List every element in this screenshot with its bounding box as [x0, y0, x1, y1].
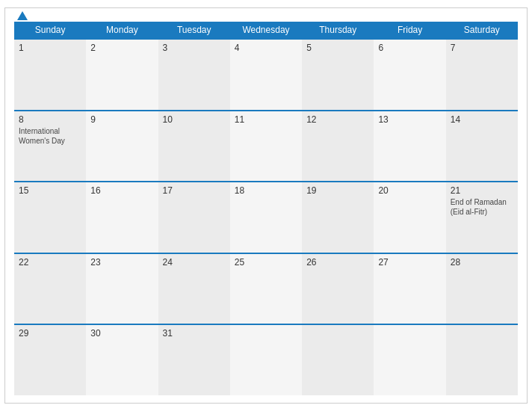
- logo-blue-text: [14, 11, 28, 20]
- day-cell: [374, 325, 445, 395]
- day-cell: 24: [158, 254, 230, 324]
- week-row-4: 22232425262728: [14, 253, 518, 324]
- calendar-grid: SundayMondayTuesdayWednesdayThursdayFrid…: [14, 22, 518, 395]
- day-cell: 31: [158, 325, 230, 395]
- day-number: 4: [235, 43, 297, 53]
- day-cell: 30: [86, 325, 158, 395]
- day-number: 23: [90, 257, 153, 268]
- day-number: 11: [235, 114, 297, 125]
- day-number: 12: [306, 114, 369, 125]
- day-number: 25: [235, 257, 297, 268]
- day-header-saturday: Saturday: [446, 22, 518, 38]
- day-cell: 4: [230, 40, 302, 110]
- day-cell: 18: [230, 182, 302, 253]
- event-label: International Women's Day: [19, 126, 81, 146]
- week-row-1: 1234567: [14, 38, 518, 110]
- day-cell: 23: [86, 254, 158, 324]
- day-cell: 3: [158, 40, 230, 110]
- day-number: 30: [90, 328, 153, 339]
- day-number: 13: [378, 114, 441, 125]
- day-number: 16: [90, 185, 153, 196]
- day-cell: [302, 325, 374, 395]
- day-number: 9: [90, 114, 153, 125]
- day-cell: 19: [302, 182, 374, 253]
- day-number: 2: [90, 43, 153, 53]
- week-row-3: 15161718192021End of Ramadan (Eid al-Fit…: [14, 181, 518, 253]
- day-cell: 10: [158, 111, 230, 182]
- logo-triangle-icon: [17, 11, 28, 20]
- day-cell: 7: [446, 40, 518, 110]
- day-cell: 1: [14, 40, 86, 110]
- day-number: 14: [451, 114, 513, 125]
- day-cell: [446, 325, 518, 395]
- day-cell: 28: [446, 254, 518, 324]
- day-header-friday: Friday: [374, 22, 445, 38]
- day-cell: 15: [14, 182, 86, 253]
- calendar: SundayMondayTuesdayWednesdayThursdayFrid…: [4, 7, 528, 404]
- day-header-thursday: Thursday: [302, 22, 374, 38]
- day-cell: 17: [158, 182, 230, 253]
- day-cell: 8International Women's Day: [14, 111, 86, 182]
- day-number: 20: [378, 185, 441, 196]
- day-number: 19: [306, 185, 369, 196]
- day-number: 8: [19, 114, 81, 125]
- day-cell: 5: [302, 40, 374, 110]
- day-cell: 20: [374, 182, 445, 253]
- day-cell: 29: [14, 325, 86, 395]
- day-number: 6: [378, 43, 441, 53]
- day-number: 28: [451, 257, 513, 268]
- day-number: 24: [163, 257, 226, 268]
- day-number: 17: [163, 185, 226, 196]
- day-number: 7: [451, 43, 513, 53]
- day-cell: 16: [86, 182, 158, 253]
- weeks: 12345678International Women's Day9101112…: [14, 38, 518, 395]
- day-number: 22: [19, 257, 81, 268]
- day-header-sunday: Sunday: [14, 22, 86, 38]
- day-number: 31: [163, 328, 226, 339]
- day-cell: 21End of Ramadan (Eid al-Fitr): [446, 182, 518, 253]
- day-cell: 25: [230, 254, 302, 324]
- day-cell: 22: [14, 254, 86, 324]
- day-number: 18: [235, 185, 297, 196]
- day-number: 15: [19, 185, 81, 196]
- day-cell: 27: [374, 254, 445, 324]
- day-cell: 11: [230, 111, 302, 182]
- day-number: 10: [163, 114, 226, 125]
- day-cell: 6: [374, 40, 445, 110]
- logo: [14, 11, 28, 20]
- day-number: 1: [19, 43, 81, 53]
- day-number: 27: [378, 257, 441, 268]
- day-cell: 2: [86, 40, 158, 110]
- day-number: 21: [451, 185, 513, 196]
- day-headers: SundayMondayTuesdayWednesdayThursdayFrid…: [14, 22, 518, 38]
- day-header-monday: Monday: [86, 22, 158, 38]
- day-cell: [230, 325, 302, 395]
- day-header-wednesday: Wednesday: [230, 22, 302, 38]
- week-row-5: 293031: [14, 324, 518, 395]
- event-label: End of Ramadan (Eid al-Fitr): [451, 197, 513, 217]
- day-cell: 26: [302, 254, 374, 324]
- day-number: 3: [163, 43, 226, 53]
- day-header-tuesday: Tuesday: [158, 22, 230, 38]
- day-cell: 13: [374, 111, 445, 182]
- week-row-2: 8International Women's Day91011121314: [14, 110, 518, 182]
- day-number: 5: [306, 43, 369, 53]
- day-number: 26: [306, 257, 369, 268]
- day-cell: 14: [446, 111, 518, 182]
- day-cell: 12: [302, 111, 374, 182]
- day-number: 29: [19, 328, 81, 339]
- day-cell: 9: [86, 111, 158, 182]
